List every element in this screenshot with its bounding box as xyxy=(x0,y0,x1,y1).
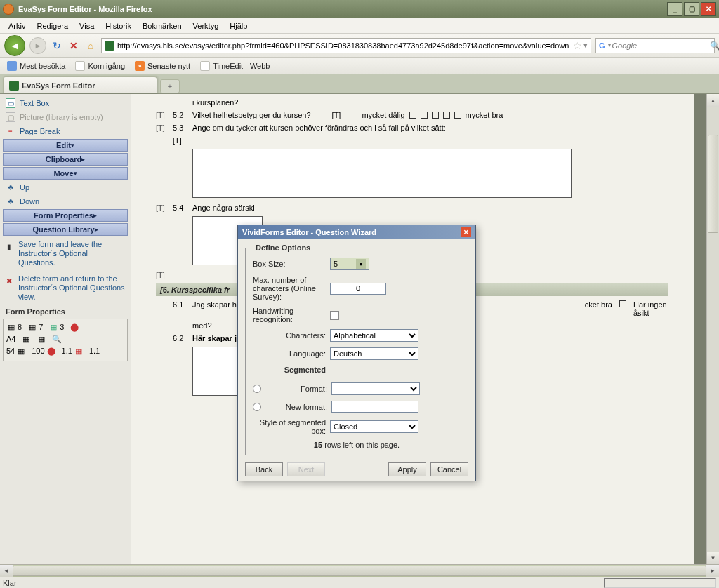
dialog-close-button[interactable]: ✕ xyxy=(461,227,471,237)
search-dropdown-icon[interactable]: ▾ xyxy=(608,42,611,48)
forward-button[interactable]: ► xyxy=(29,37,46,54)
url-dropdown-icon[interactable]: ▾ xyxy=(583,41,588,50)
prop-cell: A4 xyxy=(6,335,15,343)
search-input[interactable] xyxy=(612,41,710,50)
menu-edit[interactable]: Redigera xyxy=(31,20,74,32)
option-box[interactable] xyxy=(454,112,461,119)
search-icon[interactable]: 🔍 xyxy=(710,41,719,51)
option-box[interactable] xyxy=(619,300,626,307)
sidebar-head-edit[interactable]: Edit xyxy=(3,139,128,152)
sidebar-item-picture: ▢Picture (library is empty) xyxy=(3,111,128,123)
sidebar-item-pagebreak[interactable]: ≡Page Break xyxy=(3,125,128,138)
sidebar-item-up[interactable]: ✥Up xyxy=(3,181,128,194)
format-radio[interactable] xyxy=(253,385,261,393)
max-chars-label: Max. number of characters (Online Survey… xyxy=(253,276,330,301)
question-row: [T] 5.3 Ange om du tycker att kursen beh… xyxy=(156,123,668,132)
max-chars-input[interactable] xyxy=(330,283,386,295)
nav-toolbar: ◄ ► ↻ ✕ ⌂ ☆ ▾ G ▾ 🔍 xyxy=(0,34,719,58)
format-label: Format: xyxy=(264,385,331,393)
prop-cell: ▦ xyxy=(37,334,46,344)
maximize-button[interactable]: ▢ xyxy=(684,2,699,16)
new-tab-button[interactable]: + xyxy=(160,79,180,93)
question-row: [T] 5.2 Vilket helhetsbetyg ger du kurse… xyxy=(156,111,668,119)
bookmark-star-icon[interactable]: ☆ xyxy=(573,40,582,51)
bookmarks-bar: Mest besökta Kom igång »Senaste nytt Tim… xyxy=(0,58,719,74)
bookmark-latest-news[interactable]: »Senaste nytt xyxy=(131,60,194,72)
style-select[interactable]: Closed xyxy=(330,420,418,433)
sidebar-link-delete[interactable]: ✖Delete form and return to the Instructo… xyxy=(3,272,128,305)
menu-tools[interactable]: Verktyg xyxy=(187,20,225,32)
scroll-down-button[interactable]: ▼ xyxy=(707,552,719,564)
new-format-label: New format: xyxy=(264,403,331,411)
language-label: Language: xyxy=(253,349,330,358)
stop-button[interactable]: ✕ xyxy=(67,39,80,52)
reload-button[interactable]: ↻ xyxy=(51,39,63,52)
prop-cell: 54▦ xyxy=(6,346,26,356)
sidebar-head-formprops[interactable]: Form Properties xyxy=(3,209,128,222)
style-label: Style of segmented box: xyxy=(253,418,330,435)
tab-evasys[interactable]: EvaSys Form Editor xyxy=(3,76,157,93)
question-text: Ange några särski xyxy=(192,203,668,212)
box-size-select[interactable]: 5 ▾ xyxy=(330,258,369,270)
close-button[interactable]: ✕ xyxy=(701,2,716,16)
window-title: EvaSys Form Editor - Mozilla Firefox xyxy=(18,5,667,13)
sidebar-item-textbox[interactable]: ▭Text Box xyxy=(3,97,128,109)
apply-button[interactable]: Apply xyxy=(388,462,426,476)
characters-select[interactable]: Alphabetical xyxy=(330,329,418,342)
scrollbar-thumb[interactable] xyxy=(13,566,706,576)
noopinion-label: Har ingen åsikt xyxy=(633,300,668,317)
new-format-input[interactable] xyxy=(331,401,418,413)
characters-label: Characters: xyxy=(253,331,330,340)
scroll-up-button[interactable]: ▲ xyxy=(707,94,719,107)
sidebar-head-clipboard[interactable]: Clipboard xyxy=(3,153,128,166)
question-wizard-dialog: VividForms Editor - Question Wizard ✕ De… xyxy=(237,225,476,481)
scroll-right-button[interactable]: ► xyxy=(706,565,719,577)
sidebar-item-down[interactable]: ✥Down xyxy=(3,195,128,208)
sidebar-link-save[interactable]: ▮Save form and leave the Instructor´s Op… xyxy=(3,237,128,270)
bookmark-timeedit[interactable]: TimeEdit - Webb xyxy=(196,60,274,72)
text-marker-icon: [T] xyxy=(156,203,173,212)
new-format-radio[interactable] xyxy=(253,403,261,411)
search-box[interactable]: G ▾ 🔍 xyxy=(595,38,715,53)
minimize-button[interactable]: _ xyxy=(667,2,682,16)
tab-favicon xyxy=(9,81,19,91)
bookmark-getting-started[interactable]: Kom igång xyxy=(71,60,129,72)
menu-bookmarks[interactable]: Bokmärken xyxy=(137,20,187,32)
cancel-button[interactable]: Cancel xyxy=(430,462,468,476)
question-number: 5.3 xyxy=(173,123,192,132)
dialog-titlebar[interactable]: VividForms Editor - Question Wizard ✕ xyxy=(238,225,475,239)
question-number: 5.4 xyxy=(173,203,192,212)
dialog-legend: Define Options xyxy=(253,243,313,252)
open-answer-box[interactable] xyxy=(192,149,572,198)
home-button[interactable]: ⌂ xyxy=(84,39,97,52)
scrollbar-thumb[interactable] xyxy=(708,135,718,233)
option-box[interactable] xyxy=(432,112,439,119)
question-text: Ange om du tycker att kursen behöver för… xyxy=(192,123,668,132)
menu-help[interactable]: Hjälp xyxy=(224,20,253,32)
back-button[interactable]: Back xyxy=(245,462,283,476)
next-button: Next xyxy=(287,462,325,476)
option-box[interactable] xyxy=(421,112,428,119)
menu-view[interactable]: Visa xyxy=(74,20,100,32)
menu-file[interactable]: Arkiv xyxy=(3,20,31,32)
horizontal-scrollbar[interactable]: ◄ ► xyxy=(0,564,719,577)
format-select[interactable] xyxy=(331,382,420,395)
vertical-scrollbar[interactable]: ▲ ▼ xyxy=(706,94,719,564)
handwriting-label: Handwriting recognition: xyxy=(253,307,330,323)
option-box[interactable] xyxy=(443,112,450,119)
sidebar-head-qlib[interactable]: Question Library xyxy=(3,223,128,236)
site-favicon xyxy=(105,41,114,51)
back-button[interactable]: ◄ xyxy=(4,35,25,56)
menu-history[interactable]: Historik xyxy=(100,20,137,32)
sidebar-head-move[interactable]: Move xyxy=(3,167,128,180)
url-bar[interactable]: ☆ ▾ xyxy=(101,38,591,53)
question-number: 5.2 xyxy=(173,111,192,119)
language-select[interactable]: Deutsch xyxy=(330,347,418,360)
url-input[interactable] xyxy=(117,41,570,50)
menubar: Arkiv Redigera Visa Historik Bokmärken V… xyxy=(0,18,719,34)
option-box[interactable] xyxy=(409,112,416,119)
bookmark-most-visited[interactable]: Mest besökta xyxy=(3,60,70,72)
handwriting-checkbox[interactable] xyxy=(330,311,339,320)
scroll-left-button[interactable]: ◄ xyxy=(0,565,13,577)
text-marker-icon: [T] xyxy=(156,111,173,119)
